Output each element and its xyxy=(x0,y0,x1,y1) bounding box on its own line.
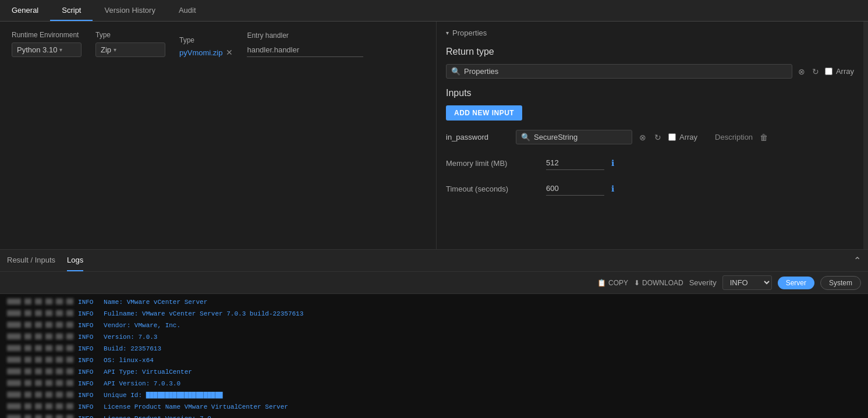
input-array-checkbox[interactable] xyxy=(668,133,676,141)
log-line: ████ ██ ██ ██:██:██ INFO Unique Id: ████… xyxy=(0,389,868,401)
entry-handler-input[interactable] xyxy=(247,43,363,57)
collapse-btn[interactable]: ⌃ xyxy=(853,255,861,266)
return-type-array-checkbox[interactable] xyxy=(825,68,832,75)
runtime-select[interactable]: Python 3.10 ▾ xyxy=(12,42,82,57)
type1-value: Zip xyxy=(101,45,111,54)
inputs-section: Inputs ADD NEW INPUT in_password 🔍 ⊗ ↻ xyxy=(446,88,854,196)
log-line: ████ ██ ██ ██:██:██ INFO Fullname: VMwar… xyxy=(0,308,868,320)
bottom-toolbar: 📋 COPY ⬇ DOWNLOAD Severity INFO DEBUG WA… xyxy=(0,272,868,294)
timeout-row: Timeout (seconds) ℹ xyxy=(446,182,854,196)
log-timestamp: ████ ██ ██ ██:██:██ xyxy=(7,390,73,401)
log-level: INFO xyxy=(78,355,99,366)
type1-group: Type Zip ▾ xyxy=(95,31,165,57)
right-panel-wrapper: ▾ Properties Return type 🔍 ⊗ ↻ Array xyxy=(437,22,868,249)
return-type-search-field[interactable]: 🔍 xyxy=(446,64,792,79)
form-row: Runtime Environment Python 3.10 ▾ Type Z… xyxy=(12,31,424,57)
tab-audit[interactable]: Audit xyxy=(167,0,208,21)
return-type-input[interactable] xyxy=(464,67,787,76)
tab-logs[interactable]: Logs xyxy=(67,250,83,271)
log-line: ████ ██ ██ ██:██:██ INFO License Product… xyxy=(0,401,868,413)
tab-version-history[interactable]: Version History xyxy=(93,0,166,21)
memory-input[interactable] xyxy=(546,156,604,170)
log-level: INFO xyxy=(78,297,99,307)
return-type-clear-btn[interactable]: ⊗ xyxy=(797,66,806,77)
log-message: OS: linux-x64 xyxy=(104,355,154,366)
entry-handler-label: Entry handler xyxy=(247,31,424,40)
input-array-text: Array xyxy=(679,133,697,141)
memory-info-icon[interactable]: ℹ xyxy=(611,158,614,168)
return-type-array-label: Array xyxy=(825,67,854,76)
timeout-input[interactable] xyxy=(546,182,604,196)
tab-general[interactable]: General xyxy=(0,0,50,21)
log-line: ████ ██ ██ ██:██:██ INFO Name: VMware vC… xyxy=(0,296,868,308)
type2-group: Type pyVmomi.zip ✕ xyxy=(179,36,233,57)
log-area: ████ ██ ██ ██:██:██ INFO Name: VMware vC… xyxy=(0,294,868,418)
type1-select[interactable]: Zip ▾ xyxy=(95,42,165,57)
tab-script[interactable]: Script xyxy=(50,0,93,21)
log-message: Unique Id: ████████████████████ xyxy=(104,390,223,401)
entry-handler-group: Entry handler xyxy=(247,31,424,57)
input-refresh-btn[interactable]: ↻ xyxy=(653,132,662,143)
log-line: ████ ██ ██ ██:██:██ INFO API Version: 7.… xyxy=(0,378,868,389)
log-message: Vendor: VMware, Inc. xyxy=(104,320,180,331)
memory-row: Memory limit (MB) ℹ xyxy=(446,156,854,170)
properties-header: ▾ Properties xyxy=(446,29,854,37)
copy-icon: 📋 xyxy=(597,279,606,287)
page-root: General Script Version History Audit Run… xyxy=(0,0,868,418)
runtime-group: Runtime Environment Python 3.10 ▾ xyxy=(12,31,82,57)
log-line: ████ ██ ██ ██:██:██ INFO License Product… xyxy=(0,413,868,418)
log-timestamp: ████ ██ ██ ██:██:██ xyxy=(7,413,73,418)
log-level: INFO xyxy=(78,320,99,331)
return-type-refresh-btn[interactable]: ↻ xyxy=(811,66,820,77)
properties-label: Properties xyxy=(452,29,487,37)
input-clear-btn[interactable]: ⊗ xyxy=(638,132,647,143)
return-type-title: Return type xyxy=(446,47,854,57)
log-message: Build: 22357613 xyxy=(104,343,161,354)
log-timestamp: ████ ██ ██ ██:██:██ xyxy=(7,367,73,377)
properties-chevron-icon: ▾ xyxy=(446,30,449,36)
add-new-input-button[interactable]: ADD NEW INPUT xyxy=(446,105,522,121)
download-icon: ⬇ xyxy=(634,279,640,287)
input-name: in_password xyxy=(446,133,510,141)
log-level: INFO xyxy=(78,367,99,377)
input-delete-btn[interactable]: 🗑 xyxy=(759,132,769,143)
input-type-field[interactable]: 🔍 xyxy=(516,130,632,144)
tab-result-inputs[interactable]: Result / Inputs xyxy=(7,250,55,271)
log-message: License Product Name VMware VirtualCente… xyxy=(104,402,288,412)
return-type-search-row: 🔍 ⊗ ↻ Array xyxy=(446,64,854,79)
log-timestamp: ████ ██ ██ ██:██:██ xyxy=(7,297,73,307)
runtime-chevron: ▾ xyxy=(59,47,62,53)
runtime-label: Runtime Environment xyxy=(12,31,82,39)
input-type-input[interactable] xyxy=(534,133,632,141)
runtime-value: Python 3.10 xyxy=(17,45,57,54)
log-message: Fullname: VMware vCenter Server 7.0.3 bu… xyxy=(104,309,303,319)
log-level: INFO xyxy=(78,309,99,319)
server-toggle-btn[interactable]: Server xyxy=(778,277,814,289)
right-panel-scrollbar[interactable] xyxy=(863,22,868,249)
log-timestamp: ████ ██ ██ ██:██:██ xyxy=(7,332,73,342)
log-message: API Type: VirtualCenter xyxy=(104,367,192,377)
log-timestamp: ████ ██ ██ ██:██:██ xyxy=(7,309,73,319)
log-timestamp: ████ ██ ██ ██:██:██ xyxy=(7,343,73,354)
log-level: INFO xyxy=(78,402,99,412)
type2-badge: pyVmomi.zip ✕ xyxy=(179,48,233,57)
type2-label: Type xyxy=(179,36,233,44)
log-line: ████ ██ ██ ██:██:██ INFO API Type: Virtu… xyxy=(0,366,868,378)
bottom-area: Result / Inputs Logs ⌃ 📋 COPY ⬇ DOWNLOAD… xyxy=(0,249,868,418)
type2-close-icon[interactable]: ✕ xyxy=(226,48,233,57)
system-toggle-btn[interactable]: System xyxy=(820,276,861,290)
download-button[interactable]: ⬇ DOWNLOAD xyxy=(634,279,683,287)
search-icon: 🔍 xyxy=(451,67,460,76)
type2-value[interactable]: pyVmomi.zip xyxy=(179,48,222,57)
log-line: ████ ██ ██ ██:██:██ INFO Vendor: VMware,… xyxy=(0,320,868,331)
severity-select[interactable]: INFO DEBUG WARN ERROR xyxy=(722,275,772,290)
timeout-label: Timeout (seconds) xyxy=(446,185,539,193)
log-message: Version: 7.0.3 xyxy=(104,332,157,342)
log-line: ████ ██ ██ ██:██:██ INFO Version: 7.0.3 xyxy=(0,331,868,343)
copy-button[interactable]: 📋 COPY xyxy=(597,279,628,287)
log-message: License Product Version: 7.0 xyxy=(104,413,211,418)
timeout-info-icon[interactable]: ℹ xyxy=(611,184,614,193)
bottom-tabs: Result / Inputs Logs ⌃ xyxy=(0,250,868,272)
middle-section: Runtime Environment Python 3.10 ▾ Type Z… xyxy=(0,22,868,249)
log-level: INFO xyxy=(78,332,99,342)
